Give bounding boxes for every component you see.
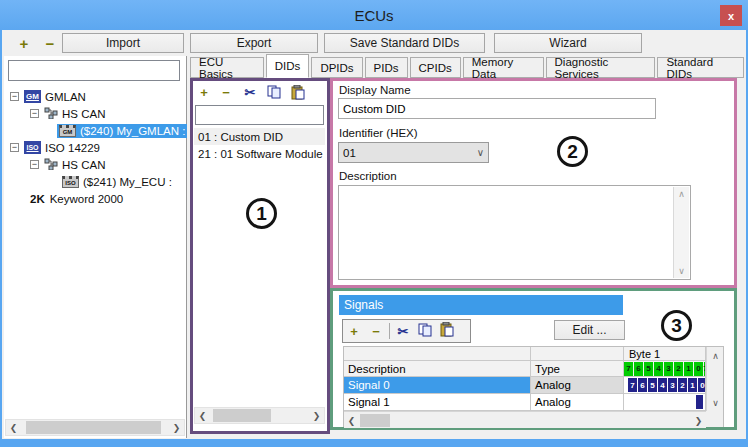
signal-type-cell[interactable]: Analog xyxy=(531,394,624,411)
allocated-bit-cell[interactable]: 3 xyxy=(668,378,677,392)
byte-1-header: Byte 1 xyxy=(624,347,706,361)
bit-header-cell: 7 xyxy=(624,362,633,376)
tree-item-my-ecu[interactable]: ISO ($241) My_ECU : xyxy=(4,173,186,190)
display-name-input[interactable] xyxy=(338,98,656,119)
tab-diagnostic-services[interactable]: Diagnostic Services xyxy=(546,57,656,78)
remove-ecu-button[interactable]: − xyxy=(41,34,59,52)
scroll-right-icon[interactable]: ❯ xyxy=(309,408,324,423)
scroll-left-icon[interactable]: ❮ xyxy=(195,408,210,423)
tree-horizontal-scrollbar[interactable]: ❮ ❯ xyxy=(5,419,185,436)
table-row[interactable]: Signal 0 Analog 7 6 5 4 3 2 1 0 xyxy=(344,377,723,394)
copy-icon[interactable] xyxy=(414,323,436,340)
scroll-right-icon[interactable]: ❯ xyxy=(691,413,706,428)
description-textarea[interactable]: ∧ ∨ xyxy=(338,185,691,280)
title-bar[interactable]: ECUs x xyxy=(0,0,748,30)
did-filter-input[interactable] xyxy=(195,105,324,125)
tab-memory-data[interactable]: Memory Data xyxy=(463,57,544,78)
bit-header-cell: 2 xyxy=(674,362,683,376)
tree-item-hs-can-2[interactable]: − HS CAN xyxy=(4,156,186,173)
wizard-button[interactable]: Wizard xyxy=(494,33,642,53)
signal-type-cell[interactable]: Analog xyxy=(531,377,624,394)
identifier-label: Identifier (HEX) xyxy=(339,127,418,139)
scroll-up-icon[interactable]: ∧ xyxy=(674,187,689,201)
table-horizontal-scrollbar[interactable]: ❮ ❯ xyxy=(344,411,706,428)
signals-header: Signals xyxy=(339,295,623,315)
signal-description-cell[interactable]: Signal 1 xyxy=(344,394,531,411)
copy-icon[interactable] xyxy=(265,83,283,101)
cut-icon[interactable]: ✂ xyxy=(392,324,414,339)
tree-item-hs-can-1[interactable]: − HS CAN xyxy=(4,105,186,122)
tree-item-label: HS CAN xyxy=(62,159,105,171)
identifier-select[interactable]: 01 ∨ xyxy=(338,142,489,163)
did-list-horizontal-scrollbar[interactable]: ❮ ❯ xyxy=(194,407,325,424)
table-vertical-scrollbar[interactable]: ∧ ∨ xyxy=(706,347,723,411)
collapse-icon[interactable]: − xyxy=(10,92,19,101)
save-standard-dids-button[interactable]: Save Standard DIDs xyxy=(324,33,485,53)
add-ecu-button[interactable]: + xyxy=(15,34,33,52)
add-did-button[interactable]: + xyxy=(195,83,213,101)
toolbar-separator xyxy=(389,323,390,339)
tab-dpids[interactable]: DPIDs xyxy=(311,57,362,78)
byte-header-spacer xyxy=(344,347,531,361)
textarea-scrollbar[interactable]: ∧ ∨ xyxy=(673,187,689,278)
paste-icon[interactable] xyxy=(436,322,458,340)
did-list-panel: + − ✂ 01 : Custom DID 21 : 01 Software M… xyxy=(190,78,330,434)
cut-icon[interactable]: ✂ xyxy=(241,83,259,101)
table-row[interactable]: Signal 1 Analog xyxy=(344,394,723,411)
scroll-down-icon[interactable]: ∨ xyxy=(708,395,723,410)
allocated-bit-cell[interactable]: 0 xyxy=(698,378,706,392)
allocated-bit-cell[interactable]: 7 xyxy=(628,378,637,392)
collapse-icon[interactable]: − xyxy=(30,109,39,118)
allocated-bit-cell[interactable]: 2 xyxy=(678,378,687,392)
tab-cpids[interactable]: CPIDs xyxy=(410,57,461,78)
scroll-up-icon[interactable]: ∧ xyxy=(708,348,723,363)
tab-standard-dids[interactable]: Standard DIDs xyxy=(657,57,744,78)
scroll-left-icon[interactable]: ❮ xyxy=(344,413,359,428)
selected-highlight: GM ($240) My_GMLAN : xyxy=(57,124,187,138)
signals-table: Byte 1 Description Type 7 6 5 4 3 2 xyxy=(343,346,724,427)
allocated-bit-cell[interactable]: 6 xyxy=(638,378,647,392)
description-column-header: Description xyxy=(344,361,531,377)
did-list-item[interactable]: 01 : Custom DID xyxy=(194,128,325,145)
allocated-bit-cell[interactable]: 1 xyxy=(688,378,697,392)
scrollbar-corner xyxy=(706,411,723,427)
signals-toolbar: + − ✂ xyxy=(342,319,471,343)
scroll-right-icon[interactable]: ❯ xyxy=(169,420,184,435)
tab-ecu-basics[interactable]: ECU Basics xyxy=(190,57,264,78)
annotation-circle-1: 1 xyxy=(246,198,277,229)
scroll-down-icon[interactable]: ∨ xyxy=(674,264,689,278)
close-button[interactable]: x xyxy=(720,5,742,26)
signal-bit-allocation[interactable] xyxy=(624,394,706,411)
scroll-thumb[interactable] xyxy=(213,409,271,422)
scroll-thumb[interactable] xyxy=(26,421,161,434)
tree-item-label: HS CAN xyxy=(62,108,105,120)
tree-item-iso-14229[interactable]: − ISO ISO 14229 xyxy=(4,139,186,156)
collapse-icon[interactable]: − xyxy=(10,143,19,152)
signal-bit-allocation[interactable]: 7 6 5 4 3 2 1 0 xyxy=(624,377,706,394)
edit-signal-button[interactable]: Edit ... xyxy=(554,320,625,340)
allocated-bit-cell[interactable]: 5 xyxy=(648,378,657,392)
remove-signal-button[interactable]: − xyxy=(365,324,387,339)
tree-filter-input[interactable] xyxy=(8,60,180,81)
did-list-item[interactable]: 21 : 01 Software Module I xyxy=(194,145,325,162)
scroll-left-icon[interactable]: ❮ xyxy=(6,420,21,435)
tab-pids[interactable]: PIDs xyxy=(365,57,408,78)
paste-icon[interactable] xyxy=(289,83,307,101)
ecu-chip-gm-icon: GM xyxy=(59,125,76,137)
scroll-thumb[interactable] xyxy=(360,414,390,427)
import-button[interactable]: Import xyxy=(62,33,184,53)
identifier-value: 01 xyxy=(343,147,356,159)
export-button[interactable]: Export xyxy=(190,33,318,53)
remove-did-button[interactable]: − xyxy=(217,83,235,101)
tree-item-keyword-2000[interactable]: 2K Keyword 2000 xyxy=(4,190,186,207)
signal-description-cell[interactable]: Signal 0 xyxy=(344,377,531,394)
tree-item-my-gmlan[interactable]: GM ($240) My_GMLAN : xyxy=(4,122,186,139)
tab-strip: ECU Basics DIDs DPIDs PIDs CPIDs Memory … xyxy=(190,55,746,78)
add-signal-button[interactable]: + xyxy=(343,324,365,339)
bit-number-header: 7 6 5 4 3 2 1 0 7 xyxy=(624,361,706,377)
collapse-icon[interactable]: − xyxy=(30,160,39,169)
allocated-bit-cell[interactable]: 4 xyxy=(658,378,667,392)
allocated-bit-cell-clipped[interactable] xyxy=(696,395,703,409)
tree-item-gmlan[interactable]: − GM GMLAN xyxy=(4,88,186,105)
tab-dids[interactable]: DIDs xyxy=(266,54,310,78)
